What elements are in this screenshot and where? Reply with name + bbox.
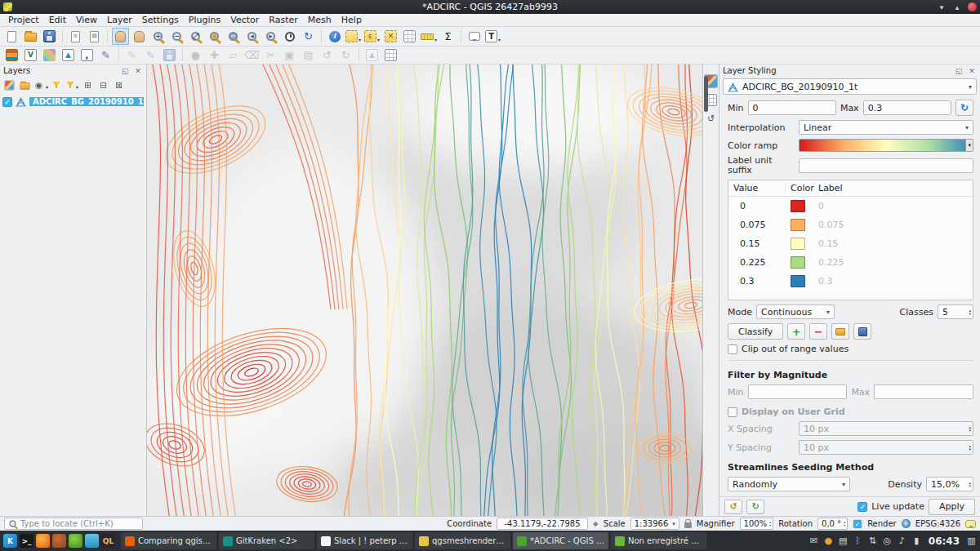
menu-help[interactable]: Help [336, 15, 367, 25]
minimize-button[interactable] [937, 2, 947, 12]
color-ramp-select[interactable]: ▾ [799, 139, 973, 152]
remove-layer-button[interactable]: ⊠ [111, 78, 126, 92]
mesh-digitizing-button[interactable]: ▲ [363, 47, 381, 64]
density-stepper[interactable]: 15,0% [926, 477, 973, 491]
layout-manager-button[interactable]: ▤ [86, 28, 103, 45]
remove-class-button[interactable] [809, 323, 827, 340]
class-color-swatch[interactable] [791, 219, 805, 231]
maximize-button[interactable] [952, 2, 962, 12]
pan-map-button[interactable] [112, 28, 129, 45]
deselect-features-button[interactable]: ✕ [382, 28, 399, 45]
bluetooth-icon[interactable]: ᛒ [853, 535, 863, 546]
select-features-button[interactable]: ▾ [345, 28, 362, 45]
x-spacing-stepper[interactable]: 10 px [799, 421, 973, 436]
filter-min-input[interactable] [748, 384, 848, 399]
close-button[interactable] [968, 2, 977, 11]
microphone-icon[interactable]: ◎ [882, 535, 893, 546]
add-delimited-text-button[interactable]: , [78, 47, 96, 64]
ramp-class-row[interactable]: 0.150.15 [728, 234, 973, 253]
ramp-class-row[interactable]: 0.2250.225 [728, 253, 973, 272]
current-edits-button[interactable]: ✎ [123, 47, 140, 64]
im-status-icon[interactable]: ✉ [808, 535, 819, 546]
kde-menu-icon[interactable]: K [3, 534, 17, 548]
cut-features-button[interactable]: ✂ [262, 47, 279, 64]
min-input[interactable]: 0 [748, 100, 836, 115]
map-canvas[interactable] [147, 64, 702, 516]
collapse-all-button[interactable]: ⊟ [96, 78, 110, 92]
locator-input[interactable]: Type to locate (Ctrl+K) [4, 518, 143, 530]
task-slack[interactable]: Slack | ! peterp | Lutr... [317, 532, 412, 549]
text-annotation-button[interactable]: T▾ [484, 28, 501, 45]
launcher-quicklaunch-icon[interactable]: QL [101, 534, 115, 548]
menu-view[interactable]: View [71, 15, 102, 25]
launcher-dolphin-icon[interactable] [85, 534, 99, 548]
volume-icon[interactable]: ♪ [897, 535, 907, 546]
identify-features-button[interactable]: i [326, 28, 343, 45]
layer-visibility-checkbox[interactable] [2, 97, 12, 107]
save-layer-edits-button[interactable] [161, 47, 178, 64]
open-attribute-table-button[interactable] [401, 28, 418, 45]
temporal-controller-button[interactable] [281, 28, 298, 45]
terminal-icon[interactable]: >_ [20, 534, 33, 548]
software-update-icon[interactable]: ● [823, 535, 834, 546]
launcher-firefox-icon[interactable] [36, 534, 50, 548]
apply-button[interactable]: Apply [929, 499, 975, 515]
reload-minmax-button[interactable] [956, 100, 973, 116]
ramp-class-row[interactable]: 0.30.3 [728, 272, 973, 291]
zoom-last-button[interactable]: ◂ [243, 28, 261, 45]
expand-all-button[interactable]: ⊞ [80, 78, 95, 92]
close-panel-icon[interactable] [133, 67, 143, 75]
toggle-editing-button[interactable]: ✎ [142, 47, 159, 64]
style-redo-button[interactable] [746, 500, 764, 514]
add-point-feature-button[interactable]: ● [187, 47, 204, 64]
live-update-checkbox[interactable] [858, 502, 867, 512]
rotation-stepper[interactable]: 0,0 ° [817, 518, 848, 530]
filter-legend-by-expression-button[interactable]: ▾ [65, 78, 79, 92]
coordinate-input[interactable]: -43.1179,-22.7985 [497, 518, 588, 530]
layer-item[interactable]: ADCIRC_BG_20190910_1t [0, 95, 146, 109]
history-tab[interactable]: ↺ [704, 112, 718, 126]
menu-edit[interactable]: Edit [44, 15, 71, 25]
copy-features-button[interactable]: ▣ [281, 47, 298, 64]
class-color-swatch[interactable] [791, 275, 805, 287]
save-ramp-button[interactable] [853, 323, 871, 340]
magnifier-stepper[interactable]: 100% [740, 518, 774, 530]
styling-layer-select[interactable]: ADCIRC_BG_20190910_1t [723, 78, 977, 95]
crs-status[interactable]: EPSG:4326 [915, 519, 960, 528]
filter-legend-button[interactable] [49, 78, 64, 92]
add-vector-layer-button[interactable]: V [22, 47, 39, 64]
load-ramp-button[interactable] [831, 323, 849, 340]
undo-button[interactable]: ↺ [318, 47, 336, 64]
menu-vector[interactable]: Vector [225, 15, 264, 25]
task-gitkraken[interactable]: GitKraken <2> [219, 532, 314, 549]
save-project-button[interactable] [41, 28, 58, 45]
classes-stepper[interactable]: 5 [938, 304, 973, 319]
measure-button[interactable]: ▾ [420, 28, 438, 45]
clip-out-of-range-checkbox[interactable] [728, 344, 737, 354]
zoom-full-button[interactable]: ⤢ [187, 28, 204, 45]
classify-button[interactable]: Classify [728, 323, 783, 340]
task-spyder[interactable]: Non enregistré * — Sp... [611, 532, 706, 549]
map-tips-button[interactable] [466, 28, 483, 45]
display-on-user-grid-checkbox[interactable] [728, 407, 737, 417]
select-by-expression-button[interactable]: ε▾ [363, 28, 381, 45]
zoom-to-selection-button[interactable]: ▣ [206, 28, 223, 45]
render-checkbox[interactable] [853, 519, 862, 527]
zoom-in-button[interactable]: + [149, 28, 167, 45]
menu-plugins[interactable]: Plugins [184, 15, 225, 25]
pan-to-selection-button[interactable] [131, 28, 148, 45]
launcher-qgis-icon[interactable] [69, 534, 82, 548]
label-unit-suffix-input[interactable] [799, 158, 973, 173]
refresh-map-button[interactable]: ↻ [300, 28, 317, 45]
messages-icon[interactable] [965, 520, 976, 528]
ramp-class-row[interactable]: 0.0750.075 [728, 216, 973, 234]
class-color-swatch[interactable] [791, 238, 805, 250]
manage-map-themes-button[interactable]: ◉▾ [33, 78, 48, 92]
statistical-summary-button[interactable]: Σ [439, 28, 457, 45]
open-layer-styling-button[interactable] [2, 78, 16, 92]
new-shapefile-layer-button[interactable]: ✎ [97, 47, 114, 64]
mesh-calculator-button[interactable] [382, 47, 399, 64]
add-class-button[interactable] [787, 323, 805, 340]
power-icon[interactable]: ▮ [911, 535, 922, 546]
paste-features-button[interactable]: ▤ [300, 47, 317, 64]
